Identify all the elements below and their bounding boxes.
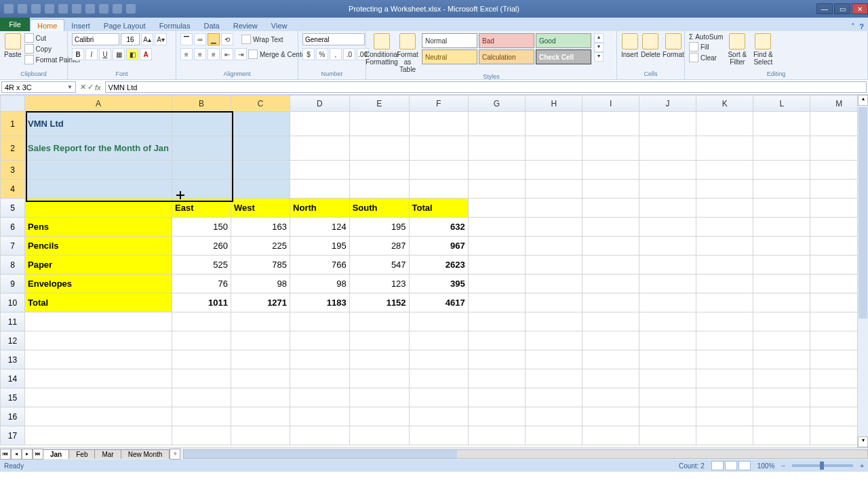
- table-col-header[interactable]: Total: [409, 199, 468, 218]
- cell[interactable]: [231, 426, 290, 445]
- cell[interactable]: [468, 388, 525, 407]
- cell[interactable]: [349, 112, 409, 136]
- table-row-label[interactable]: Paper: [25, 256, 172, 274]
- cell[interactable]: [172, 369, 231, 388]
- qat-undo-icon[interactable]: [18, 4, 27, 14]
- cell[interactable]: [639, 312, 696, 331]
- enter-formula-icon[interactable]: ✓: [87, 83, 94, 92]
- cell[interactable]: [468, 237, 525, 256]
- bold-button[interactable]: B: [72, 48, 84, 60]
- col-header[interactable]: D: [290, 96, 350, 112]
- row-header[interactable]: 14: [1, 369, 25, 388]
- cell[interactable]: [583, 293, 639, 312]
- cell[interactable]: [753, 388, 810, 407]
- cell[interactable]: [583, 256, 639, 274]
- zoom-level[interactable]: 100%: [757, 462, 775, 470]
- cell[interactable]: [696, 312, 753, 331]
- delete-cells-button[interactable]: Delete: [641, 33, 660, 58]
- cell[interactable]: [583, 274, 639, 293]
- close-button[interactable]: ✕: [852, 3, 868, 14]
- cell[interactable]: [409, 331, 468, 350]
- scroll-up-icon[interactable]: ▴: [858, 95, 868, 106]
- cell[interactable]: [409, 161, 468, 180]
- cell[interactable]: [526, 407, 583, 426]
- cell[interactable]: [290, 407, 350, 426]
- cell[interactable]: [753, 112, 810, 136]
- zoom-in-button[interactable]: +: [860, 462, 864, 470]
- col-header[interactable]: I: [583, 96, 639, 112]
- italic-button[interactable]: I: [85, 48, 98, 60]
- cell[interactable]: [468, 256, 525, 274]
- cell[interactable]: [290, 369, 350, 388]
- wrap-text-button[interactable]: Wrap Text: [241, 35, 283, 44]
- cell[interactable]: [290, 388, 350, 407]
- row-header[interactable]: 12: [1, 331, 25, 350]
- cell[interactable]: [583, 112, 639, 136]
- cell[interactable]: [696, 136, 753, 161]
- cell[interactable]: [753, 312, 810, 331]
- cell[interactable]: [639, 237, 696, 256]
- cell[interactable]: [696, 350, 753, 369]
- cell[interactable]: [349, 180, 409, 199]
- cell[interactable]: [349, 161, 409, 180]
- table-cell[interactable]: 123: [349, 274, 409, 293]
- cell[interactable]: [526, 293, 583, 312]
- fill-color-button[interactable]: ◧: [126, 48, 138, 60]
- cell[interactable]: [753, 369, 810, 388]
- cell[interactable]: [639, 407, 696, 426]
- cell[interactable]: [409, 136, 468, 161]
- cell[interactable]: [172, 407, 231, 426]
- cell[interactable]: [25, 180, 172, 199]
- cell[interactable]: [468, 350, 525, 369]
- view-page-break-button[interactable]: [738, 461, 751, 470]
- sheet-nav-first-icon[interactable]: ⏮: [0, 449, 11, 460]
- cell[interactable]: [349, 426, 409, 445]
- namebox-dropdown-icon[interactable]: ▼: [67, 84, 73, 90]
- cell[interactable]: [639, 199, 696, 218]
- row-header[interactable]: 16: [1, 407, 25, 426]
- cell[interactable]: [753, 274, 810, 293]
- cell[interactable]: [468, 312, 525, 331]
- table-cell[interactable]: 260: [172, 237, 231, 256]
- cell[interactable]: [468, 161, 525, 180]
- increase-indent-button[interactable]: ⇥: [235, 48, 247, 60]
- title-cell[interactable]: VMN Ltd: [25, 112, 172, 136]
- conditional-formatting-button[interactable]: Conditional Formatting: [370, 33, 393, 66]
- tab-view[interactable]: View: [264, 20, 294, 31]
- col-header[interactable]: J: [639, 96, 696, 112]
- tab-formulas[interactable]: Formulas: [153, 20, 197, 31]
- fill-button[interactable]: Fill: [689, 42, 723, 52]
- row-header[interactable]: 7: [1, 237, 25, 256]
- cell[interactable]: [231, 112, 290, 136]
- maximize-button[interactable]: ▭: [834, 3, 850, 14]
- cell[interactable]: [526, 180, 583, 199]
- cell[interactable]: [526, 388, 583, 407]
- tab-review[interactable]: Review: [226, 20, 264, 31]
- font-color-button[interactable]: A: [140, 48, 152, 60]
- table-cell[interactable]: 632: [409, 218, 468, 237]
- cell[interactable]: [753, 136, 810, 161]
- table-cell[interactable]: 195: [290, 237, 350, 256]
- cell[interactable]: [349, 369, 409, 388]
- cell[interactable]: [468, 331, 525, 350]
- table-cell[interactable]: 2623: [409, 256, 468, 274]
- cell[interactable]: [696, 199, 753, 218]
- cell[interactable]: [526, 369, 583, 388]
- table-cell[interactable]: 98: [290, 274, 350, 293]
- cell[interactable]: [639, 136, 696, 161]
- cell[interactable]: [696, 161, 753, 180]
- zoom-slider[interactable]: [792, 464, 853, 467]
- col-header[interactable]: A: [25, 96, 172, 112]
- cell[interactable]: [290, 180, 350, 199]
- cell[interactable]: [639, 331, 696, 350]
- table-cell[interactable]: 1011: [172, 293, 231, 312]
- cell[interactable]: [753, 331, 810, 350]
- align-left-button[interactable]: ≡: [180, 48, 193, 60]
- sheet-nav-last-icon[interactable]: ⏭: [33, 449, 43, 460]
- cell[interactable]: [753, 293, 810, 312]
- cell[interactable]: [526, 136, 583, 161]
- font-name-select[interactable]: [72, 33, 119, 45]
- cell[interactable]: [526, 199, 583, 218]
- row-header[interactable]: 10: [1, 293, 25, 312]
- qat-icon[interactable]: [58, 4, 68, 14]
